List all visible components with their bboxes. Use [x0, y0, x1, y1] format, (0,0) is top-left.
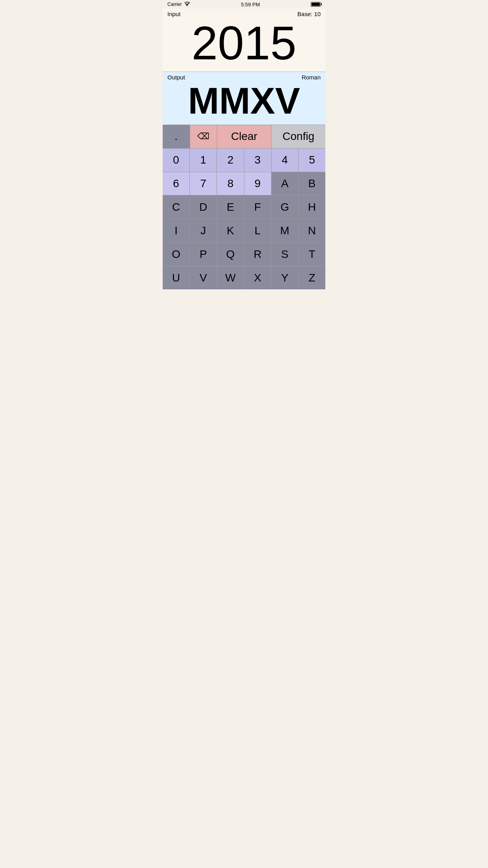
- keyboard-row-1: 6 7 8 9 A B: [163, 172, 325, 196]
- keyboard-row-0: 0 1 2 3 4 5: [163, 149, 325, 172]
- key-0[interactable]: 0: [163, 149, 190, 172]
- key-M[interactable]: M: [272, 219, 299, 242]
- key-G[interactable]: G: [272, 195, 299, 219]
- key-9[interactable]: 9: [244, 172, 272, 195]
- output-type-label: Roman: [302, 74, 321, 81]
- input-section: Input Base: 10 2015: [163, 9, 325, 72]
- status-left: Carrier: [167, 2, 190, 7]
- key-N[interactable]: N: [299, 219, 325, 242]
- key-D[interactable]: D: [190, 195, 217, 219]
- key-I[interactable]: I: [163, 219, 190, 242]
- backspace-icon: ⌫: [197, 131, 209, 142]
- key-L[interactable]: L: [244, 219, 272, 242]
- keyboard: . ⌫ Clear Config 0 1 2 3 4 5 6 7 8 9 A B…: [163, 125, 325, 289]
- key-dot[interactable]: .: [163, 125, 190, 148]
- status-bar: Carrier 5:59 PM: [163, 0, 325, 9]
- carrier-label: Carrier: [167, 2, 182, 7]
- key-A[interactable]: A: [272, 172, 299, 195]
- svg-point-0: [186, 5, 187, 6]
- keyboard-row-5: U V W X Y Z: [163, 266, 325, 289]
- battery-area: [311, 2, 321, 7]
- key-R[interactable]: R: [244, 243, 272, 266]
- output-label: Output: [167, 74, 185, 81]
- key-F[interactable]: F: [244, 195, 272, 219]
- key-X[interactable]: X: [244, 266, 272, 289]
- key-Q[interactable]: Q: [217, 243, 244, 266]
- key-Y[interactable]: Y: [272, 266, 299, 289]
- key-V[interactable]: V: [190, 266, 217, 289]
- battery-icon: [311, 2, 321, 7]
- key-O[interactable]: O: [163, 243, 190, 266]
- key-Z[interactable]: Z: [299, 266, 325, 289]
- key-U[interactable]: U: [163, 266, 190, 289]
- key-6[interactable]: 6: [163, 172, 190, 195]
- output-section: Output Roman MMXV: [163, 72, 325, 125]
- key-E[interactable]: E: [217, 195, 244, 219]
- key-1[interactable]: 1: [190, 149, 217, 172]
- key-backspace[interactable]: ⌫: [190, 125, 218, 148]
- key-T[interactable]: T: [299, 243, 325, 266]
- key-H[interactable]: H: [299, 195, 325, 219]
- keyboard-row-4: O P Q R S T: [163, 243, 325, 266]
- key-config[interactable]: Config: [272, 125, 325, 148]
- wifi-icon: [184, 2, 190, 7]
- key-P[interactable]: P: [190, 243, 217, 266]
- key-8[interactable]: 8: [217, 172, 244, 195]
- input-value: 2015: [167, 18, 321, 68]
- key-J[interactable]: J: [190, 219, 217, 242]
- key-C[interactable]: C: [163, 195, 190, 219]
- key-S[interactable]: S: [272, 243, 299, 266]
- key-4[interactable]: 4: [272, 149, 299, 172]
- key-3[interactable]: 3: [244, 149, 272, 172]
- keyboard-row-3: I J K L M N: [163, 219, 325, 243]
- key-2[interactable]: 2: [217, 149, 244, 172]
- key-B[interactable]: B: [299, 172, 325, 195]
- base-label: Base: 10: [297, 11, 321, 17]
- key-K[interactable]: K: [217, 219, 244, 242]
- key-5[interactable]: 5: [299, 149, 325, 172]
- key-7[interactable]: 7: [190, 172, 217, 195]
- keyboard-row-2: C D E F G H: [163, 195, 325, 219]
- keyboard-top-row: . ⌫ Clear Config: [163, 125, 325, 149]
- status-time: 5:59 PM: [241, 2, 260, 7]
- key-clear[interactable]: Clear: [217, 125, 272, 148]
- output-value: MMXV: [167, 81, 321, 121]
- key-W[interactable]: W: [217, 266, 244, 289]
- input-label: Input: [167, 11, 180, 17]
